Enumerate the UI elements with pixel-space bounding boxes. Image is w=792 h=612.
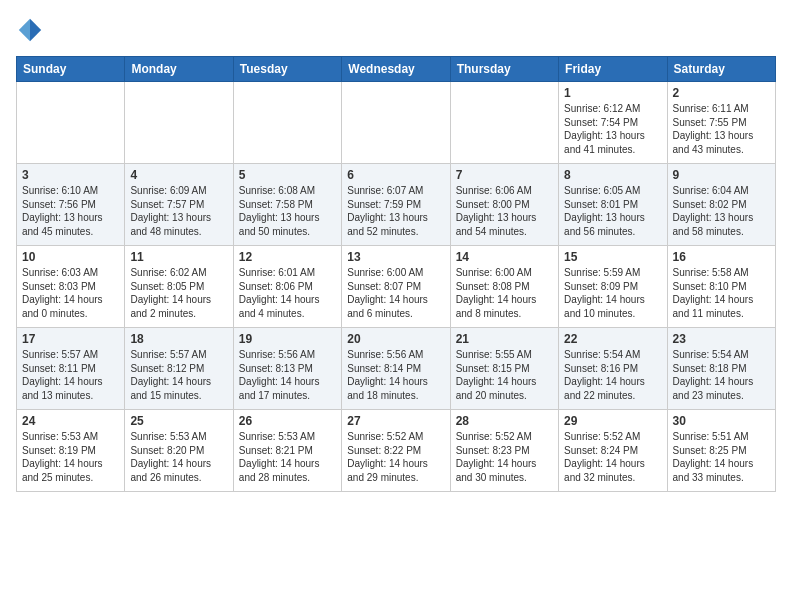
cell-info-line: and 23 minutes. (673, 389, 770, 403)
cell-info-line: and 2 minutes. (130, 307, 227, 321)
day-number: 19 (239, 332, 336, 346)
cell-info-line: Sunrise: 5:53 AM (130, 430, 227, 444)
cell-info-line: and 48 minutes. (130, 225, 227, 239)
cell-info-line: Daylight: 14 hours (347, 457, 444, 471)
day-header-monday: Monday (125, 57, 233, 82)
cell-info-line: Sunrise: 6:00 AM (456, 266, 553, 280)
calendar-cell: 8Sunrise: 6:05 AMSunset: 8:01 PMDaylight… (559, 164, 667, 246)
calendar-cell: 13Sunrise: 6:00 AMSunset: 8:07 PMDayligh… (342, 246, 450, 328)
day-number: 21 (456, 332, 553, 346)
cell-info-line: Sunset: 7:58 PM (239, 198, 336, 212)
cell-info-line: Daylight: 14 hours (239, 293, 336, 307)
cell-info-line: Daylight: 14 hours (130, 457, 227, 471)
day-header-tuesday: Tuesday (233, 57, 341, 82)
cell-info-line: Sunset: 8:09 PM (564, 280, 661, 294)
cell-info-line: and 28 minutes. (239, 471, 336, 485)
cell-info-line: and 20 minutes. (456, 389, 553, 403)
cell-info-line: Daylight: 14 hours (347, 375, 444, 389)
cell-info-line: Sunset: 7:59 PM (347, 198, 444, 212)
day-number: 3 (22, 168, 119, 182)
day-number: 27 (347, 414, 444, 428)
cell-info-line: Sunset: 8:00 PM (456, 198, 553, 212)
cell-info-line: Sunset: 8:13 PM (239, 362, 336, 376)
calendar-cell (233, 82, 341, 164)
cell-info-line: Sunset: 8:10 PM (673, 280, 770, 294)
cell-info-line: Daylight: 13 hours (564, 211, 661, 225)
day-header-thursday: Thursday (450, 57, 558, 82)
calendar-week-row: 1Sunrise: 6:12 AMSunset: 7:54 PMDaylight… (17, 82, 776, 164)
calendar-cell: 16Sunrise: 5:58 AMSunset: 8:10 PMDayligh… (667, 246, 775, 328)
cell-info-line: Sunrise: 5:52 AM (456, 430, 553, 444)
calendar-cell: 21Sunrise: 5:55 AMSunset: 8:15 PMDayligh… (450, 328, 558, 410)
cell-info-line: Sunrise: 6:11 AM (673, 102, 770, 116)
cell-info-line: Daylight: 14 hours (22, 457, 119, 471)
day-number: 15 (564, 250, 661, 264)
day-number: 14 (456, 250, 553, 264)
day-number: 29 (564, 414, 661, 428)
day-number: 18 (130, 332, 227, 346)
cell-info-line: and 15 minutes. (130, 389, 227, 403)
cell-info-line: Sunset: 8:19 PM (22, 444, 119, 458)
cell-info-line: Sunrise: 6:06 AM (456, 184, 553, 198)
cell-info-line: Daylight: 14 hours (456, 457, 553, 471)
day-number: 6 (347, 168, 444, 182)
calendar-cell (342, 82, 450, 164)
cell-info-line: and 8 minutes. (456, 307, 553, 321)
cell-info-line: Daylight: 14 hours (239, 375, 336, 389)
calendar-cell: 18Sunrise: 5:57 AMSunset: 8:12 PMDayligh… (125, 328, 233, 410)
cell-info-line: and 11 minutes. (673, 307, 770, 321)
calendar-cell: 1Sunrise: 6:12 AMSunset: 7:54 PMDaylight… (559, 82, 667, 164)
cell-info-line: Daylight: 14 hours (673, 375, 770, 389)
day-number: 7 (456, 168, 553, 182)
cell-info-line: Sunset: 8:21 PM (239, 444, 336, 458)
day-number: 11 (130, 250, 227, 264)
svg-marker-1 (19, 19, 30, 41)
calendar-cell: 6Sunrise: 6:07 AMSunset: 7:59 PMDaylight… (342, 164, 450, 246)
cell-info-line: Sunset: 8:22 PM (347, 444, 444, 458)
cell-info-line: Sunrise: 6:12 AM (564, 102, 661, 116)
calendar-cell: 4Sunrise: 6:09 AMSunset: 7:57 PMDaylight… (125, 164, 233, 246)
cell-info-line: Daylight: 14 hours (564, 457, 661, 471)
calendar-cell: 28Sunrise: 5:52 AMSunset: 8:23 PMDayligh… (450, 410, 558, 492)
cell-info-line: Sunset: 8:07 PM (347, 280, 444, 294)
day-number: 25 (130, 414, 227, 428)
day-number: 23 (673, 332, 770, 346)
cell-info-line: and 45 minutes. (22, 225, 119, 239)
cell-info-line: Daylight: 14 hours (347, 293, 444, 307)
cell-info-line: Daylight: 14 hours (673, 293, 770, 307)
calendar-cell: 11Sunrise: 6:02 AMSunset: 8:05 PMDayligh… (125, 246, 233, 328)
calendar-cell: 15Sunrise: 5:59 AMSunset: 8:09 PMDayligh… (559, 246, 667, 328)
cell-info-line: and 13 minutes. (22, 389, 119, 403)
cell-info-line: Sunrise: 5:59 AM (564, 266, 661, 280)
cell-info-line: and 22 minutes. (564, 389, 661, 403)
calendar-cell: 14Sunrise: 6:00 AMSunset: 8:08 PMDayligh… (450, 246, 558, 328)
cell-info-line: Sunset: 8:12 PM (130, 362, 227, 376)
cell-info-line: Daylight: 14 hours (564, 375, 661, 389)
cell-info-line: Sunrise: 5:58 AM (673, 266, 770, 280)
cell-info-line: and 29 minutes. (347, 471, 444, 485)
calendar-cell: 3Sunrise: 6:10 AMSunset: 7:56 PMDaylight… (17, 164, 125, 246)
cell-info-line: Sunrise: 5:56 AM (347, 348, 444, 362)
cell-info-line: Sunrise: 6:00 AM (347, 266, 444, 280)
day-number: 1 (564, 86, 661, 100)
calendar-week-row: 17Sunrise: 5:57 AMSunset: 8:11 PMDayligh… (17, 328, 776, 410)
cell-info-line: and 32 minutes. (564, 471, 661, 485)
day-number: 2 (673, 86, 770, 100)
cell-info-line: and 33 minutes. (673, 471, 770, 485)
cell-info-line: Sunrise: 6:04 AM (673, 184, 770, 198)
cell-info-line: Daylight: 13 hours (673, 211, 770, 225)
cell-info-line: Sunrise: 6:01 AM (239, 266, 336, 280)
cell-info-line: Daylight: 13 hours (347, 211, 444, 225)
day-number: 20 (347, 332, 444, 346)
cell-info-line: Sunrise: 5:57 AM (130, 348, 227, 362)
page-header (16, 16, 776, 44)
day-number: 30 (673, 414, 770, 428)
cell-info-line: Daylight: 14 hours (130, 293, 227, 307)
calendar-cell: 24Sunrise: 5:53 AMSunset: 8:19 PMDayligh… (17, 410, 125, 492)
cell-info-line: and 58 minutes. (673, 225, 770, 239)
cell-info-line: Sunrise: 6:10 AM (22, 184, 119, 198)
cell-info-line: Sunset: 8:14 PM (347, 362, 444, 376)
cell-info-line: Daylight: 14 hours (239, 457, 336, 471)
cell-info-line: and 17 minutes. (239, 389, 336, 403)
cell-info-line: Sunrise: 6:09 AM (130, 184, 227, 198)
